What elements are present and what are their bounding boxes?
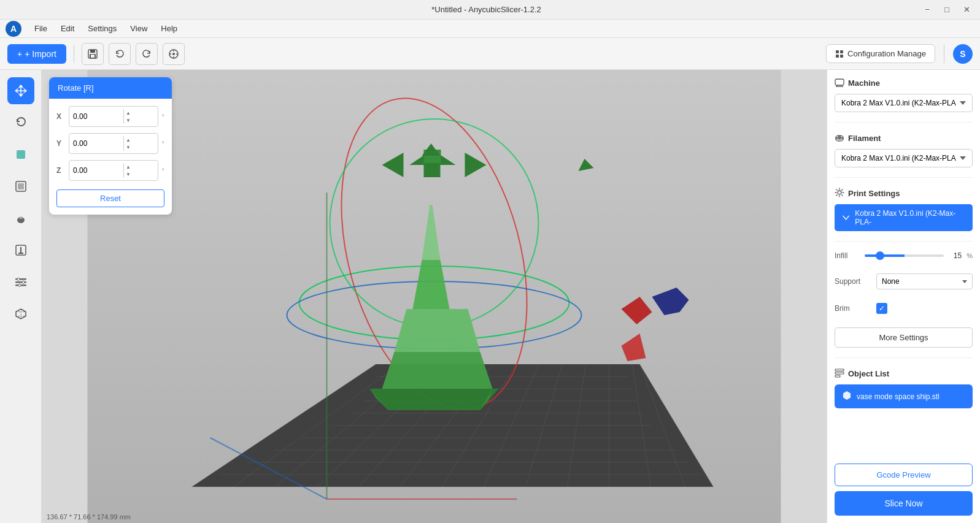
support-label: Support — [835, 277, 871, 286]
rotate-z-down[interactable]: ▼ — [124, 170, 133, 178]
divider-4 — [835, 357, 973, 358]
menu-settings[interactable]: Settings — [82, 21, 123, 36]
title-bar: *Untitled - AnycubicSlicer-1.2.2 − □ ✕ — [0, 0, 980, 20]
rotate-x-down[interactable]: ▼ — [124, 116, 133, 124]
tool-layer[interactable] — [7, 173, 34, 200]
configuration-manage-button[interactable]: Configuration Manage — [826, 44, 935, 63]
machine-section-label: Machine — [848, 78, 880, 88]
infill-slider[interactable] — [865, 254, 944, 257]
print-settings-icon — [835, 188, 844, 199]
spacer — [835, 416, 973, 451]
rotate-y-input[interactable] — [73, 139, 122, 148]
app-logo: A — [5, 20, 22, 37]
brim-label: Brim — [835, 304, 871, 313]
tool-settings[interactable] — [7, 269, 34, 296]
slice-now-button[interactable]: Slice Now — [835, 491, 973, 516]
rotate-y-up[interactable]: ▲ — [124, 136, 133, 143]
svg-point-27 — [22, 281, 25, 283]
menu-edit[interactable]: Edit — [55, 21, 80, 36]
tool-undo[interactable] — [7, 109, 34, 136]
window-title: *Untitled - AnycubicSlicer-1.2.2 — [54, 5, 919, 14]
support-select[interactable]: None Normal Tree — [876, 273, 973, 289]
machine-section: Machine Kobra 2 Max V1.0.ini (K2-Max-PLA — [835, 77, 973, 112]
left-sidebar — [0, 70, 42, 523]
rotate-y-input-wrapper: ▲ ▼ — [69, 133, 158, 154]
filament-section-label: Filament — [848, 134, 881, 143]
svg-rect-78 — [835, 79, 844, 85]
rotate-x-input[interactable] — [73, 112, 122, 121]
object-list-icon — [835, 368, 844, 380]
rotate-z-spin: ▲ ▼ — [123, 163, 133, 178]
svg-rect-5 — [91, 55, 95, 58]
infill-row: Infill 15 % — [835, 251, 973, 260]
tool-support[interactable] — [7, 237, 34, 264]
undo-button[interactable] — [109, 43, 131, 65]
tool-paint[interactable] — [7, 205, 34, 232]
rotate-y-down[interactable]: ▼ — [124, 143, 133, 151]
svg-point-7 — [172, 53, 175, 55]
object-item-name: vase mode space ship.stl — [857, 392, 939, 401]
svg-marker-60 — [382, 352, 493, 389]
rotate-z-input-wrapper: ▲ ▼ — [69, 160, 158, 181]
svg-text:A: A — [10, 24, 17, 34]
divider-3 — [835, 241, 973, 242]
object-list-section: Object List vase mode space ship.stl — [835, 368, 973, 408]
restore-button[interactable]: □ — [938, 3, 955, 17]
import-button[interactable]: + + Import — [7, 44, 66, 64]
svg-marker-61 — [395, 309, 480, 352]
svg-point-87 — [838, 191, 841, 194]
user-avatar[interactable]: S — [953, 44, 973, 64]
rotate-z-up[interactable]: ▲ — [124, 163, 133, 170]
infill-unit: % — [966, 252, 973, 259]
rotate-panel-header: Rotate [R] — [49, 77, 172, 99]
plus-icon: + — [17, 49, 22, 59]
menu-file[interactable]: File — [28, 21, 53, 36]
more-settings-button[interactable]: More Settings — [835, 327, 973, 348]
svg-rect-89 — [835, 372, 844, 374]
svg-rect-18 — [18, 183, 24, 189]
menu-view[interactable]: View — [124, 21, 153, 36]
gcode-preview-button[interactable]: Gcode Preview — [835, 464, 973, 486]
toolbar-sep2 — [944, 45, 944, 63]
rotate-reset-button[interactable]: Reset — [56, 189, 164, 207]
window-controls: − □ ✕ — [919, 3, 975, 17]
rotate-y-unit: ° — [162, 140, 164, 147]
tool-move[interactable] — [7, 77, 34, 104]
redo-button[interactable] — [136, 43, 158, 65]
support-row: Support None Normal Tree — [835, 273, 973, 289]
right-panel: Machine Kobra 2 Max V1.0.ini (K2-Max-PLA… — [827, 70, 980, 523]
close-button[interactable]: ✕ — [958, 3, 975, 17]
home-view-button[interactable] — [163, 43, 185, 65]
filament-select[interactable]: Kobra 2 Max V1.0.ini (K2-Max-PLA — [835, 149, 973, 167]
svg-rect-88 — [835, 369, 844, 371]
svg-point-26 — [17, 278, 20, 280]
print-settings-section-label: Print Settings — [848, 189, 900, 198]
rotate-x-spin: ▲ ▼ — [123, 109, 133, 124]
brim-checkbox[interactable]: ✓ — [876, 303, 887, 314]
svg-rect-13 — [840, 50, 843, 53]
rotate-x-label: X — [56, 112, 65, 121]
machine-label-row: Machine — [835, 77, 973, 89]
save-button[interactable] — [82, 43, 104, 65]
brim-row: Brim ✓ — [835, 303, 973, 314]
machine-select[interactable]: Kobra 2 Max V1.0.ini (K2-Max-PLA — [835, 94, 973, 112]
rotate-z-label: Z — [56, 166, 65, 175]
svg-rect-16 — [17, 150, 25, 159]
object-list-section-label: Object List — [848, 369, 889, 378]
tool-3dview[interactable] — [7, 300, 34, 327]
print-settings-profile-button[interactable]: Kobra 2 Max V1.0.ini (K2-Max-PLA- — [835, 204, 973, 231]
rotate-y-spin: ▲ ▼ — [123, 136, 133, 151]
menu-help[interactable]: Help — [155, 21, 183, 36]
status-bar: 136.67 * 71.66 * 174.99 mm — [47, 513, 131, 521]
viewport[interactable]: Rotate [R] X ▲ ▼ ° Y — [42, 70, 827, 523]
minimize-button[interactable]: − — [919, 3, 936, 17]
rotate-z-row: Z ▲ ▼ ° — [56, 160, 164, 181]
rotate-z-input[interactable] — [73, 166, 122, 175]
infill-label: Infill — [835, 251, 860, 260]
divider-1 — [835, 122, 973, 123]
rotate-x-up[interactable]: ▲ — [124, 109, 133, 116]
tool-object[interactable] — [7, 141, 34, 168]
filament-icon — [835, 132, 844, 144]
object-list-item[interactable]: vase mode space ship.stl — [835, 384, 973, 408]
svg-rect-15 — [840, 55, 843, 58]
